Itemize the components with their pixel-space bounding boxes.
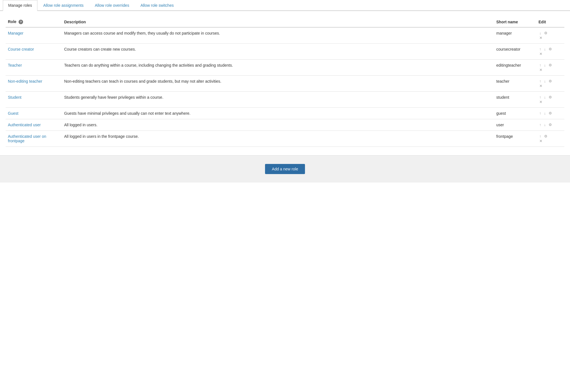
move-down-button[interactable]: ↓	[543, 63, 547, 67]
gear-button[interactable]: ⚙	[548, 63, 553, 67]
role-edit-cell: ↓⚙✕	[536, 27, 564, 44]
table-row: Non-editing teacherNon-editing teachers …	[6, 76, 564, 92]
tab-allow-role-switches[interactable]: Allow role switches	[135, 0, 179, 10]
tab-allow-role-overrides[interactable]: Allow role overrides	[89, 0, 134, 10]
role-edit-cell: ↑↓⚙✕	[536, 60, 564, 76]
table-row: GuestGuests have minimal privileges and …	[6, 108, 564, 119]
role-shortname: guest	[494, 108, 536, 119]
role-edit-cell: ↑↓⚙✕	[536, 44, 564, 60]
delete-button[interactable]: ✕	[538, 36, 543, 40]
role-description: Teachers can do anything within a course…	[62, 60, 494, 76]
role-edit-cell: ↑↓⚙	[536, 108, 564, 119]
move-down-button[interactable]: ↓	[543, 95, 547, 99]
tabs-bar: Manage roles Allow role assignments Allo…	[0, 0, 570, 11]
delete-button[interactable]: ✕	[538, 100, 543, 104]
role-edit-cell: ↑⚙✕	[536, 131, 564, 147]
role-description: Guests have minimal privileges and usual…	[62, 108, 494, 119]
move-up-button[interactable]: ↑	[538, 111, 542, 115]
tab-manage-roles[interactable]: Manage roles	[3, 0, 37, 11]
role-shortname: student	[494, 92, 536, 108]
col-header-role: Role ?	[6, 17, 62, 27]
table-row: ManagerManagers can access course and mo…	[6, 27, 564, 44]
role-edit-cell: ↑↓⚙✕	[536, 76, 564, 92]
role-edit-cell: ↑↓⚙✕	[536, 92, 564, 108]
role-shortname: user	[494, 119, 536, 131]
delete-button[interactable]: ✕	[538, 68, 543, 72]
role-description: Non-editing teachers can teach in course…	[62, 76, 494, 92]
gear-button[interactable]: ⚙	[548, 79, 553, 83]
role-link-manager[interactable]: Manager	[8, 31, 23, 35]
role-shortname: coursecreator	[494, 44, 536, 60]
col-header-edit: Edit	[536, 17, 564, 27]
role-link-authenticated-user[interactable]: Authenticated user	[8, 123, 41, 127]
delete-button[interactable]: ✕	[538, 52, 543, 56]
role-description: Managers can access course and modify th…	[62, 27, 494, 44]
role-shortname: frontpage	[494, 131, 536, 147]
table-row: StudentStudents generally have fewer pri…	[6, 92, 564, 108]
role-link-teacher[interactable]: Teacher	[8, 63, 22, 67]
role-description: All logged in users in the frontpage cou…	[62, 131, 494, 147]
main-content: Role ? Description Short name Edit Manag…	[0, 11, 570, 147]
move-up-button[interactable]: ↑	[538, 95, 542, 99]
role-description: Students generally have fewer privileges…	[62, 92, 494, 108]
delete-button[interactable]: ✕	[538, 84, 543, 88]
role-link-authenticated-user-on-frontpage[interactable]: Authenticated user on frontpage	[8, 134, 46, 143]
role-shortname: teacher	[494, 76, 536, 92]
move-down-button[interactable]: ↓	[543, 47, 547, 51]
role-help-icon[interactable]: ?	[19, 20, 23, 24]
gear-button[interactable]: ⚙	[548, 123, 553, 127]
role-link-student[interactable]: Student	[8, 95, 21, 100]
roles-table: Role ? Description Short name Edit Manag…	[6, 17, 564, 147]
gear-button[interactable]: ⚙	[543, 31, 548, 35]
move-down-button[interactable]: ↓	[543, 79, 547, 83]
gear-button[interactable]: ⚙	[548, 95, 553, 99]
move-up-button[interactable]: ↑	[538, 63, 542, 67]
move-down-button[interactable]: ↓	[538, 31, 542, 35]
role-shortname: editingteacher	[494, 60, 536, 76]
gear-button[interactable]: ⚙	[543, 134, 548, 138]
role-description: Course creators can create new courses.	[62, 44, 494, 60]
move-up-button[interactable]: ↑	[538, 47, 542, 51]
role-edit-cell: ↑↓⚙	[536, 119, 564, 131]
move-down-button[interactable]: ↓	[543, 123, 547, 127]
role-link-guest[interactable]: Guest	[8, 111, 18, 116]
col-header-shortname: Short name	[494, 17, 536, 27]
role-description: All logged in users.	[62, 119, 494, 131]
move-up-button[interactable]: ↑	[538, 79, 542, 83]
table-row: Authenticated userAll logged in users.us…	[6, 119, 564, 131]
table-row: Course creatorCourse creators can create…	[6, 44, 564, 60]
role-link-non-editing-teacher[interactable]: Non-editing teacher	[8, 79, 42, 84]
table-row: Authenticated user on frontpageAll logge…	[6, 131, 564, 147]
move-up-button[interactable]: ↑	[538, 123, 542, 127]
gear-button[interactable]: ⚙	[548, 47, 553, 51]
delete-button[interactable]: ✕	[538, 139, 543, 143]
footer-bar: Add a new role	[0, 155, 570, 183]
role-link-course-creator[interactable]: Course creator	[8, 47, 34, 51]
add-new-role-button[interactable]: Add a new role	[265, 164, 305, 174]
col-header-description: Description	[62, 17, 494, 27]
move-down-button[interactable]: ↓	[543, 111, 547, 115]
col-role-label: Role	[8, 19, 16, 24]
table-row: TeacherTeachers can do anything within a…	[6, 60, 564, 76]
tab-allow-role-assignments[interactable]: Allow role assignments	[38, 0, 89, 10]
move-up-button[interactable]: ↑	[538, 134, 542, 138]
gear-button[interactable]: ⚙	[548, 111, 553, 115]
role-shortname: manager	[494, 27, 536, 44]
